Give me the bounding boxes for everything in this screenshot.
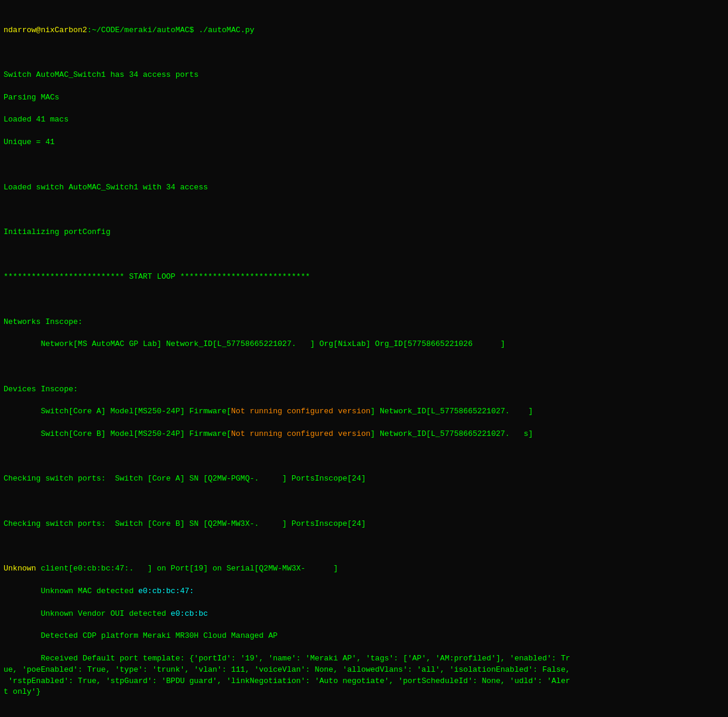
prompt-line: ndarrow@nixCarbon2:~/CODE/meraki/autoMAC… [4,25,724,36]
unique-count: Unique = 41 [4,137,724,148]
switch-core-a-detail: Switch[Core A] Model[MS250-24P] Firmware… [4,406,724,417]
networks-inscope-label: Networks Inscope: [4,317,724,328]
blank-9 [4,541,724,553]
unknown1-cdp: Detected CDP platform Meraki MR30H Cloud… [4,631,724,642]
network-detail: Network[MS AutoMAC GP Lab] Network_ID[L_… [4,339,724,350]
unknown1-header: Unknown client[e0:cb:bc:47:. ] on Port[1… [4,563,724,575]
parsing-macs: Parsing MACs [4,92,724,104]
loaded-switch: Loaded switch AutoMAC_Switch1 with 34 ac… [4,182,724,194]
unknown1-mac: Unknown MAC detected e0:cb:bc:47: [4,586,724,597]
blank-5 [4,294,724,305]
blank-8 [4,496,724,507]
blank-4 [4,250,724,261]
switch-core-b-detail: Switch[Core B] Model[MS250-24P] Firmware… [4,429,724,440]
loaded-macs: Loaded 41 macs [4,114,724,126]
start-loop: ************************** START LOOP **… [4,272,724,283]
unknown1-template: Received Default port template: {'portId… [4,653,724,698]
devices-inscope-label: Devices Inscope: [4,384,724,395]
blank-7 [4,451,724,463]
checking-core-a: Checking switch ports: Switch [Core A] S… [4,473,724,485]
unknown1-oui: Unknown Vendor OUI detected e0:cb:bc [4,609,724,620]
checking-core-b: Checking switch ports: Switch [Core B] S… [4,519,724,530]
init-portconfig: Initializing portConfig [4,227,724,238]
blank-2 [4,160,724,171]
blank-3 [4,204,724,216]
terminal-window: ndarrow@nixCarbon2:~/CODE/meraki/autoMAC… [0,0,728,717]
blank-6 [4,361,724,373]
blank-1 [4,47,724,58]
switch-info: Switch AutoMAC_Switch1 has 34 access por… [4,70,724,81]
blank-10 [4,709,724,717]
